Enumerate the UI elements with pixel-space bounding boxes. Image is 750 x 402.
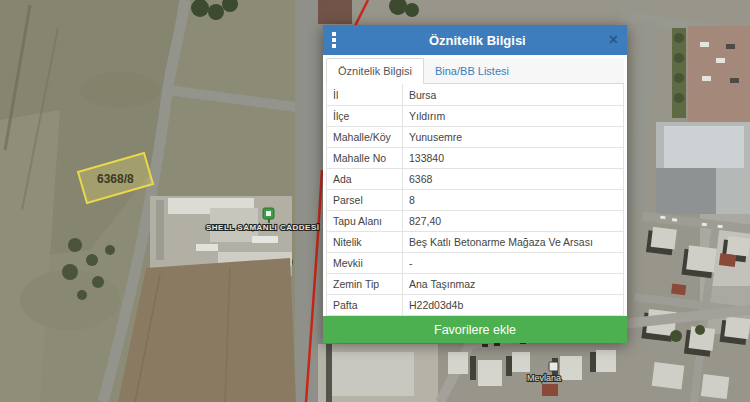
- table-row-pafta: Pafta H22d03d4b: [327, 294, 623, 315]
- attribute-table: İl Bursa İlçe Yıldırım Mahalle/Köy Yunus…: [326, 84, 624, 316]
- tab-bar: Öznitelik Bilgisi Bina/BB Listesi: [326, 58, 624, 84]
- app-window: 6368/8 SHELL SAMANLI CADDESİ Mevlana Öz: [0, 0, 750, 402]
- modal-body: Öznitelik Bilgisi Bina/BB Listesi İl Bur…: [323, 55, 627, 316]
- table-row-mahalle-koy: Mahalle/Köy Yunusemre: [327, 126, 623, 147]
- table-row-mevkii: Mevkii -: [327, 252, 623, 273]
- table-row-il: İl Bursa: [327, 84, 623, 105]
- table-row-tapu-alani: Tapu Alanı 827,40: [327, 210, 623, 231]
- modal-title: Öznitelik Bilgisi: [346, 33, 609, 48]
- modal-header: Öznitelik Bilgisi ×: [323, 25, 627, 55]
- tab-oznitelik-bilgisi[interactable]: Öznitelik Bilgisi: [326, 58, 424, 84]
- table-row-ada: Ada 6368: [327, 168, 623, 189]
- place-name-label: Mevlana: [527, 373, 561, 383]
- add-to-favorites-button[interactable]: Favorilere ekle: [323, 316, 627, 343]
- kebab-menu-icon[interactable]: [332, 32, 346, 48]
- plowed-field: [118, 258, 296, 402]
- parcel-label: 6368/8: [97, 172, 134, 186]
- tab-bina-bb-listesi[interactable]: Bina/BB Listesi: [424, 58, 520, 83]
- attribute-info-modal: Öznitelik Bilgisi × Öznitelik Bilgisi Bi…: [323, 25, 627, 342]
- street-name-label: SHELL SAMANLI CADDESİ: [206, 223, 319, 232]
- close-icon[interactable]: ×: [609, 32, 618, 48]
- table-row-ilce: İlçe Yıldırım: [327, 105, 623, 126]
- table-row-mahalle-no: Mahalle No 133840: [327, 147, 623, 168]
- table-row-nitelik: Nitelik Beş Katlı Betonarme Mağaza Ve Ar…: [327, 231, 623, 252]
- table-row-zemin-tip: Zemin Tip Ana Taşınmaz: [327, 273, 623, 294]
- table-row-parsel: Parsel 8: [327, 189, 623, 210]
